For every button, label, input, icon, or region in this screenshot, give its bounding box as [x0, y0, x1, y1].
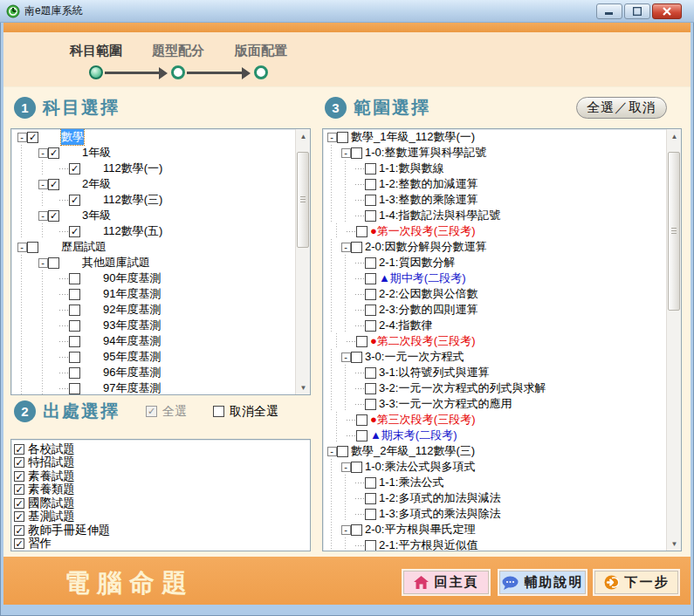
source-list-item[interactable]: ✓各校試題	[14, 442, 310, 456]
tree-node-label[interactable]: 112數學(一)	[103, 161, 162, 176]
tree-node-label[interactable]: ●第一次段考(三段考)	[370, 223, 476, 239]
checkbox[interactable]: ✓	[14, 471, 24, 482]
checkbox[interactable]	[365, 540, 376, 551]
source-list-item[interactable]: ✓素養試題	[14, 469, 310, 483]
tree-node-label[interactable]: 1-1:乘法公式	[379, 475, 443, 490]
select-all-checkbox[interactable]: ✓	[146, 406, 157, 417]
checkbox[interactable]	[365, 273, 376, 284]
checkbox[interactable]: ✓	[14, 457, 24, 468]
scrollbar-thumb[interactable]	[668, 152, 680, 311]
tree-node[interactable]: -✓1年級	[11, 145, 310, 161]
expander-minus-icon[interactable]: -	[341, 352, 351, 362]
tree-node-label[interactable]: 2-3:分數的四則運算	[379, 302, 478, 318]
tree-node-label[interactable]: 3年級	[82, 208, 111, 223]
tree-node[interactable]: -其他題庫試題	[11, 255, 310, 270]
checkbox[interactable]	[69, 367, 80, 379]
checkbox[interactable]	[69, 336, 80, 347]
home-button[interactable]: 回主頁	[403, 571, 489, 594]
expander-minus-icon[interactable]: -	[38, 258, 48, 268]
checkbox[interactable]	[27, 242, 38, 253]
tree-node-label[interactable]: 96年度基測	[103, 365, 161, 380]
maximize-button[interactable]	[624, 3, 650, 19]
checkbox[interactable]: ✓	[69, 163, 80, 175]
checkbox[interactable]	[365, 399, 376, 410]
tree-node[interactable]: 90年度基測	[11, 270, 310, 286]
checkbox[interactable]	[351, 352, 362, 363]
tree-node[interactable]: 97年度基測	[11, 380, 310, 395]
tree-node[interactable]: 2-4:指數律	[323, 318, 681, 333]
tree-node-label[interactable]: 112數學(五)	[103, 223, 162, 239]
tree-node[interactable]: -✓2年級	[11, 176, 310, 192]
tree-node[interactable]: -✓3年級	[11, 208, 310, 223]
expander-minus-icon[interactable]: -	[341, 525, 351, 535]
checkbox[interactable]	[365, 195, 376, 206]
checkbox[interactable]	[351, 462, 362, 473]
tree-node-label[interactable]: 其他題庫試題	[82, 255, 150, 270]
source-list-item[interactable]: ✓國際試題	[14, 496, 310, 510]
scrollbar[interactable]: ▲ ▼	[295, 129, 310, 394]
expander-minus-icon[interactable]: -	[38, 148, 48, 158]
expander-minus-icon[interactable]: -	[327, 447, 337, 456]
checkbox[interactable]	[365, 179, 376, 190]
tree-node[interactable]: 1-1:數與數線	[323, 161, 681, 176]
tree-node-label[interactable]: 1-0:乘法公式與多項式	[365, 459, 475, 475]
source-list-item[interactable]: ✓習作	[14, 537, 310, 551]
expander-minus-icon[interactable]: -	[341, 462, 351, 472]
tree-node-label[interactable]: 3-0:一元一次方程式	[365, 349, 464, 365]
select-toggle-button[interactable]: 全選／取消	[576, 97, 667, 119]
tree-node[interactable]: 2-2:公因數與公倍數	[323, 286, 681, 302]
tree-node-label[interactable]: 1年級	[82, 145, 111, 161]
tree-node[interactable]: -歷屆試題	[11, 239, 310, 255]
tree-node[interactable]: 1-1:乘法公式	[323, 475, 681, 490]
help-button[interactable]: 輔助說明	[499, 571, 586, 594]
checkbox[interactable]	[69, 289, 80, 300]
tree-node-label[interactable]: 1-3:整數的乘除運算	[379, 192, 478, 208]
tree-node-label[interactable]: 97年度基測	[103, 380, 161, 395]
scrollbar-thumb[interactable]	[297, 152, 309, 248]
tree-node[interactable]: 3-3:一元一次方程式的應用	[323, 396, 681, 412]
expander-minus-icon[interactable]: -	[17, 243, 27, 252]
tree-node-label[interactable]: 3-1:以符號列式與運算	[379, 365, 489, 380]
tree-node[interactable]: 94年度基測	[11, 333, 310, 349]
scrollbar[interactable]: ▲ ▼	[666, 129, 681, 551]
tree-node[interactable]: -2-0:平方根與畢氏定理	[323, 522, 681, 537]
tree-node-label[interactable]: 3-2:一元一次方程式的列式與求解	[379, 380, 546, 396]
checkbox[interactable]	[356, 336, 368, 347]
expander-minus-icon[interactable]: -	[17, 133, 27, 142]
tree-node[interactable]: 92年度基測	[11, 302, 310, 318]
tree-node-label[interactable]: 94年度基測	[103, 333, 161, 349]
checkbox[interactable]	[69, 352, 80, 363]
checkbox[interactable]	[365, 305, 376, 316]
tree-node[interactable]: 91年度基測	[11, 286, 310, 302]
checkbox[interactable]	[365, 367, 376, 379]
checkbox[interactable]	[356, 226, 368, 237]
close-button[interactable]	[652, 3, 682, 19]
tree-node[interactable]: 2-1:質因數分解	[323, 255, 681, 270]
tree-node-label[interactable]: 95年度基測	[103, 349, 161, 365]
checkbox[interactable]	[365, 493, 376, 504]
tree-node[interactable]: -1-0:乘法公式與多項式	[323, 459, 681, 475]
tree-node[interactable]: -數學_2年級_112數學(三)	[323, 443, 681, 459]
tree-node[interactable]: 3-1:以符號列式與運算	[323, 365, 681, 380]
tree-node-label[interactable]: 1-4:指數記法與科學記號	[379, 208, 500, 223]
deselect-all-checkbox-group[interactable]: 取消全選	[213, 404, 278, 420]
checkbox[interactable]	[365, 163, 376, 175]
deselect-all-checkbox[interactable]	[213, 406, 224, 417]
scroll-up-icon[interactable]: ▲	[296, 129, 311, 143]
tree-node-label[interactable]: 1-2:多項式的加法與減法	[379, 490, 500, 506]
select-all-checkbox-group[interactable]: ✓ 全選	[146, 404, 187, 420]
tree-node-label[interactable]: 數學	[61, 129, 84, 145]
minimize-button[interactable]	[596, 3, 622, 19]
next-step-button[interactable]: 下一步	[594, 571, 678, 594]
source-list-item[interactable]: ✓教師手冊延伸題	[14, 524, 310, 537]
tree-node[interactable]: -2-0:因數分解與分數運算	[323, 239, 681, 255]
tree-node-label[interactable]: 90年度基測	[103, 270, 161, 286]
checkbox[interactable]	[69, 320, 80, 332]
scroll-down-icon[interactable]: ▼	[667, 537, 682, 551]
tree-node-label[interactable]: 2年級	[82, 176, 111, 192]
tree-node[interactable]: 1-2:整數的加減運算	[323, 176, 681, 192]
tree-node[interactable]: 93年度基測	[11, 318, 310, 333]
tree-node[interactable]: ✓112數學(五)	[11, 223, 310, 239]
checkbox[interactable]	[365, 477, 376, 489]
checkbox[interactable]	[356, 430, 368, 441]
